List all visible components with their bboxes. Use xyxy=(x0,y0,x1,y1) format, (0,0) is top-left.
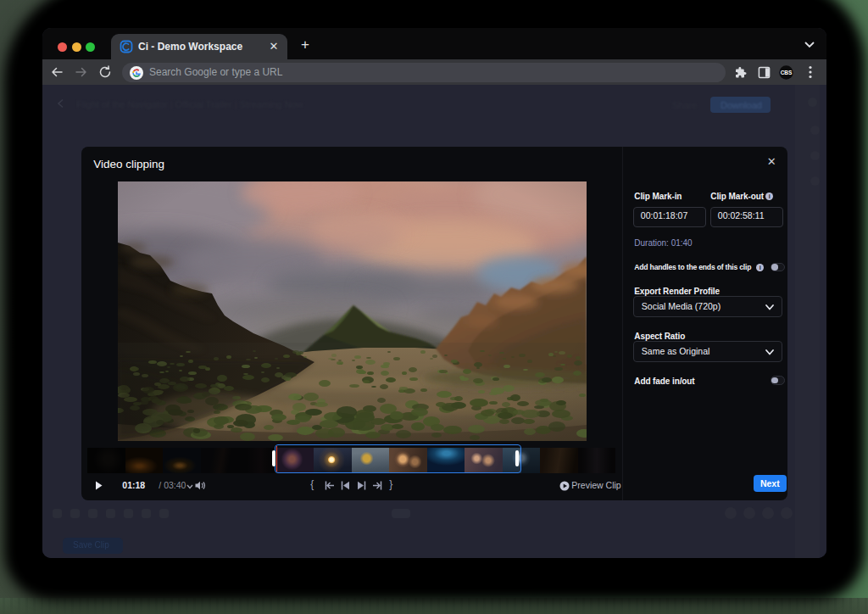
svg-text:CBS: CBS xyxy=(781,70,793,75)
